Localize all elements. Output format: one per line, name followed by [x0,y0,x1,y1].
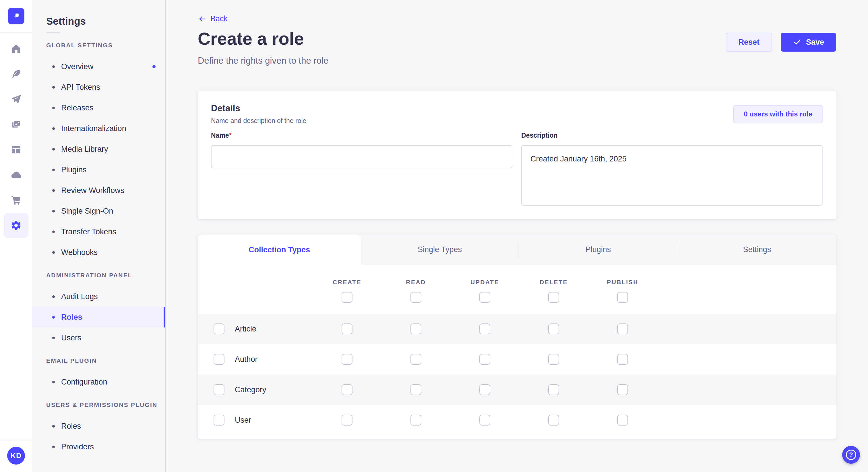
article-publish-checkbox[interactable] [617,324,628,334]
tab-single-types[interactable]: Single Types [361,235,519,264]
category-publish-checkbox[interactable] [617,384,628,395]
bullet-icon [52,86,55,89]
bullet-icon [52,231,55,233]
media-library-icon[interactable] [4,112,28,137]
release-paper-plane-icon[interactable] [4,87,28,111]
bullet-icon [52,446,55,448]
content-type-builder-icon[interactable] [4,137,28,162]
author-create-checkbox[interactable] [342,354,352,365]
author-read-checkbox[interactable] [410,354,422,365]
row-select-checkbox[interactable] [214,384,224,395]
tab-collection-types[interactable]: Collection Types [198,235,361,264]
row-select-checkbox[interactable] [214,415,224,426]
sidebar-item-single-sign-on[interactable]: Single Sign-On [32,201,165,222]
select-all-publish-checkbox[interactable] [617,292,628,303]
sidebar-item-transfer-tokens[interactable]: Transfer Tokens [32,222,165,242]
sidebar-item-webhooks[interactable]: Webhooks [32,242,165,263]
select-all-delete-checkbox[interactable] [548,292,559,303]
content-manager-feather-icon[interactable] [4,62,28,86]
tab-plugins[interactable]: Plugins [519,235,678,264]
save-button[interactable]: Save [781,33,836,52]
users-with-role-button[interactable]: 0 users with this role [733,105,823,123]
sidebar-item-api-tokens[interactable]: API Tokens [32,77,165,98]
header-actions: Reset Save [725,33,836,52]
settings-gear-icon[interactable] [4,213,28,238]
subnav-title: Settings [46,15,165,27]
name-input[interactable] [211,145,513,168]
sidebar-item-label: Audit Logs [61,292,98,301]
author-update-checkbox[interactable] [479,354,490,365]
strapi-logo[interactable] [8,8,24,24]
subnav-divider [46,32,60,33]
marketplace-cart-icon[interactable] [4,188,28,212]
category-create-checkbox[interactable] [342,384,352,395]
article-read-checkbox[interactable] [410,324,422,334]
sidebar-item-roles[interactable]: Roles [32,416,165,436]
sidebar-item-plugins[interactable]: Plugins [32,160,165,180]
sidebar-item-overview[interactable]: Overview [32,56,165,77]
permissions-rows: ArticleAuthorCategoryUser [198,314,836,435]
sidebar-item-label: API Tokens [61,83,100,92]
bullet-icon [52,337,55,339]
required-asterisk: * [229,132,231,139]
bullet-icon [52,169,55,171]
author-publish-checkbox[interactable] [617,354,628,365]
user-update-checkbox[interactable] [479,415,490,426]
row-label: Category [235,385,267,394]
article-create-checkbox[interactable] [342,324,352,334]
author-delete-checkbox[interactable] [548,354,559,365]
help-button[interactable]: ? [842,446,860,464]
sidebar-item-label: Media Library [61,145,108,154]
strapi-logo-icon [11,11,21,21]
sidebar-item-label: Review Workflows [61,186,124,195]
bullet-icon [52,148,55,150]
sidebar-item-releases[interactable]: Releases [32,98,165,118]
home-icon[interactable] [4,36,28,61]
select-all-create-checkbox[interactable] [342,292,352,303]
permissions-card: Collection TypesSingle TypesPluginsSetti… [198,235,836,439]
user-delete-checkbox[interactable] [548,415,559,426]
sidebar-item-label: Webhooks [61,248,98,257]
sidebar-item-internationalization[interactable]: Internationalization [32,118,165,139]
sidebar-item-configuration[interactable]: Configuration [32,372,165,392]
sidebar-item-review-workflows[interactable]: Review Workflows [32,180,165,201]
article-delete-checkbox[interactable] [548,324,559,334]
sidebar-section-heading: ADMINISTRATION PANEL [46,272,165,279]
tab-settings[interactable]: Settings [678,235,836,264]
user-publish-checkbox[interactable] [617,415,628,426]
sidebar-item-label: Overview [61,62,94,71]
article-update-checkbox[interactable] [479,324,490,334]
sidebar-item-label: Roles [61,313,82,322]
category-delete-checkbox[interactable] [548,384,559,395]
sidebar-item-label: Internationalization [61,124,126,133]
description-textarea[interactable]: Created January 16th, 2025 [521,145,823,206]
bullet-icon [52,251,55,254]
sidebar-item-media-library[interactable]: Media Library [32,139,165,160]
sidebar-section-heading: USERS & PERMISSIONS PLUGIN [46,401,165,408]
select-all-read-checkbox[interactable] [410,292,422,303]
sidebar-item-providers[interactable]: Providers [32,436,165,457]
cloud-icon[interactable] [4,163,28,187]
details-card: Details Name and description of the role… [198,91,836,219]
row-select-checkbox[interactable] [214,324,224,334]
row-select-checkbox[interactable] [214,354,224,365]
category-read-checkbox[interactable] [410,384,422,395]
back-link[interactable]: Back [198,14,228,23]
user-avatar[interactable]: KD [7,447,25,465]
sidebar-section-heading: GLOBAL SETTINGS [46,42,165,49]
select-all-update-checkbox[interactable] [479,292,490,303]
user-read-checkbox[interactable] [410,415,422,426]
sidebar-item-roles[interactable]: Roles [32,307,165,328]
sidebar-item-users[interactable]: Users [32,328,165,348]
sidebar-item-audit-logs[interactable]: Audit Logs [32,286,165,307]
bullet-icon [52,210,55,212]
row-label: Article [235,325,256,334]
column-header-update: UPDATE [451,279,519,285]
category-update-checkbox[interactable] [479,384,490,395]
details-subtitle: Name and description of the role [211,117,306,125]
row-label: Author [235,355,258,364]
user-create-checkbox[interactable] [342,415,352,426]
row-select-cell: Author [198,354,313,365]
reset-button[interactable]: Reset [725,33,772,52]
column-header-publish: PUBLISH [588,279,657,285]
